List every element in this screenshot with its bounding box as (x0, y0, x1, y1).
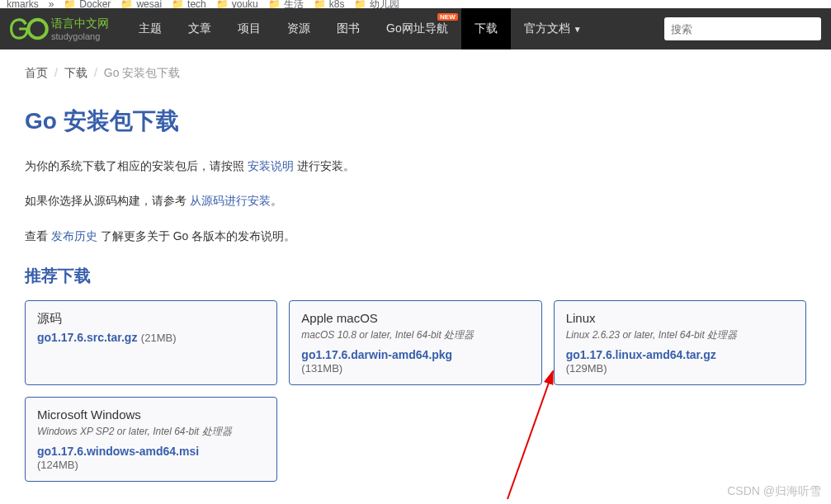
nav-item-books[interactable]: 图书 (323, 8, 373, 49)
download-card-macos[interactable]: Apple macOS macOS 10.8 or later, Intel 6… (289, 300, 541, 385)
download-file-link[interactable]: go1.17.6.windows-amd64.msi (37, 445, 199, 458)
bookmark-item[interactable]: 📁生活 (268, 0, 304, 8)
search-input[interactable] (664, 17, 821, 40)
folder-icon: 📁 (314, 0, 326, 8)
card-size: (129MB) (566, 362, 794, 374)
logo[interactable]: 语言中文网 studygolang (10, 16, 109, 41)
recommended-title: 推荐下载 (25, 265, 806, 287)
card-size: (131MB) (301, 362, 529, 374)
svg-point-0 (28, 20, 46, 38)
folder-icon: 📁 (268, 0, 281, 8)
folder-icon: 📁 (64, 0, 76, 8)
bookmark-item[interactable]: 📁Docker (64, 0, 111, 8)
intro-paragraph: 为你的系统下载了相应的安装包后，请按照 安装说明 进行安装。 (25, 157, 806, 175)
nav-item-download[interactable]: 下载 (461, 8, 511, 49)
bookmark-item[interactable]: 📁k8s (314, 0, 345, 8)
card-os: 源码 (37, 311, 265, 327)
download-card-linux[interactable]: Linux Linux 2.6.23 or later, Intel 64-bi… (554, 300, 806, 385)
download-card-windows[interactable]: Microsoft Windows Windows XP SP2 or late… (25, 397, 277, 482)
bookmark-item[interactable]: 📁tech (172, 0, 206, 8)
chevron-down-icon: ▼ (574, 25, 582, 34)
card-os: Linux (566, 311, 794, 325)
card-requirements: macOS 10.8 or later, Intel 64-bit 处理器 (301, 328, 529, 342)
logo-title: 语言中文网 (51, 16, 109, 31)
download-file-link[interactable]: go1.17.6.darwin-amd64.pkg (301, 348, 452, 361)
nav-item-topics[interactable]: 主题 (125, 8, 175, 49)
release-history-link[interactable]: 发布历史 (51, 229, 97, 243)
breadcrumb-download[interactable]: 下载 (64, 66, 87, 81)
folder-icon: 📁 (216, 0, 229, 8)
nav-item-docs[interactable]: 官方文档▼ (511, 8, 595, 49)
nav-item-resources[interactable]: 资源 (274, 8, 323, 49)
card-size: (124MB) (37, 459, 265, 471)
intro-paragraph: 查看 发布历史 了解更多关于 Go 各版本的发布说明。 (25, 227, 806, 245)
bookmark-item[interactable]: kmarks (7, 0, 39, 8)
bookmark-item[interactable]: 📁幼儿园 (354, 0, 399, 8)
bookmark-item[interactable]: 📁youku (216, 0, 258, 8)
go-logo-icon (10, 16, 50, 41)
navbar: 语言中文网 studygolang 主题 文章 项目 资源 图书 Go网址导航N… (0, 8, 831, 49)
bookmark-item[interactable]: 📁wesai (120, 0, 162, 8)
download-file-link[interactable]: go1.17.6.linux-amd64.tar.gz (566, 348, 716, 361)
intro-paragraph: 如果你选择从源码构建，请参考 从源码进行安装。 (25, 191, 806, 210)
nav-items: 主题 文章 项目 资源 图书 Go网址导航NEW 下载 官方文档▼ (125, 8, 595, 49)
breadcrumb: 首页 / 下载 / Go 安装包下载 (25, 66, 806, 81)
nav-item-projects[interactable]: 项目 (224, 8, 274, 49)
install-instructions-link[interactable]: 安装说明 (248, 159, 294, 172)
card-size: (21MB) (141, 332, 177, 344)
folder-icon: 📁 (172, 0, 184, 8)
card-requirements: Linux 2.6.23 or later, Intel 64-bit 处理器 (566, 328, 794, 342)
nav-item-articles[interactable]: 文章 (175, 8, 224, 49)
card-os: Microsoft Windows (37, 407, 265, 422)
folder-icon: 📁 (354, 0, 366, 8)
logo-subtitle: studygolang (51, 31, 109, 41)
breadcrumb-separator: / (94, 66, 97, 81)
main-content: 首页 / 下载 / Go 安装包下载 Go 安装包下载 为你的系统下载了相应的安… (0, 49, 831, 498)
bookmarks-bar: kmarks » 📁Docker 📁wesai 📁tech 📁youku 📁生活… (0, 0, 831, 8)
folder-icon: 📁 (120, 0, 133, 8)
download-file-link[interactable]: go1.17.6.src.tar.gz (37, 331, 137, 344)
page-title: Go 安装包下载 (25, 106, 806, 137)
breadcrumb-current: Go 安装包下载 (104, 66, 181, 81)
breadcrumb-separator: / (54, 66, 58, 81)
breadcrumb-home[interactable]: 首页 (25, 66, 48, 81)
chevron-right-icon: » (49, 0, 54, 8)
card-os: Apple macOS (301, 311, 529, 325)
nav-item-url-nav[interactable]: Go网址导航NEW (373, 8, 461, 49)
new-badge: NEW (437, 13, 458, 21)
source-install-link[interactable]: 从源码进行安装 (190, 194, 271, 207)
download-card-source[interactable]: 源码 go1.17.6.src.tar.gz (21MB) (25, 300, 277, 385)
card-requirements: Windows XP SP2 or later, Intel 64-bit 处理… (37, 425, 265, 439)
